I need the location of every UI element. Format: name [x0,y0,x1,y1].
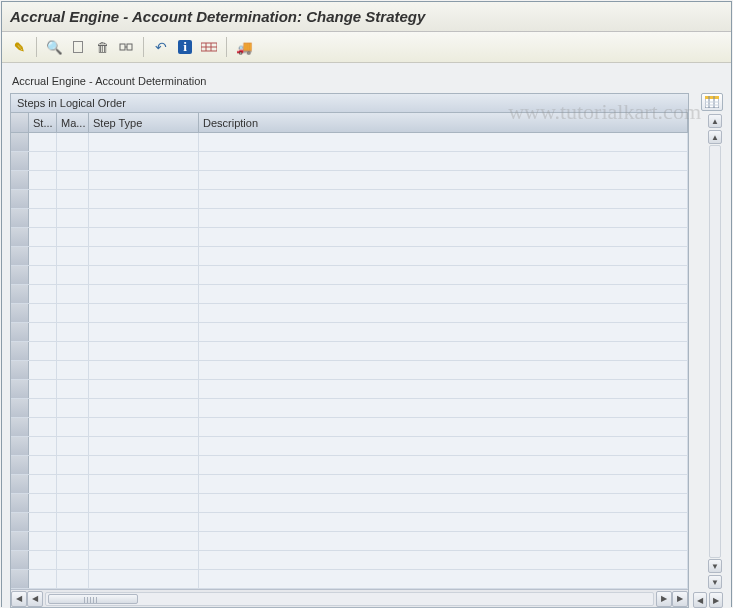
row-selector[interactable] [11,494,29,512]
cell-step-type[interactable] [89,475,199,493]
hscroll-right-button[interactable]: ▶ [656,591,672,607]
cell-step-type[interactable] [89,190,199,208]
cell-description[interactable] [199,475,688,493]
cell-description[interactable] [199,551,688,569]
cell-step[interactable] [29,361,57,379]
cell-ma[interactable] [57,266,89,284]
cell-description[interactable] [199,532,688,550]
cell-step-type[interactable] [89,570,199,588]
cell-step[interactable] [29,532,57,550]
row-selector[interactable] [11,152,29,170]
row-selector[interactable] [11,418,29,436]
cell-step-type[interactable] [89,399,199,417]
configure-columns-button[interactable] [701,93,723,111]
cell-step-type[interactable] [89,323,199,341]
column-header-step-type[interactable]: Step Type [89,113,199,132]
info-button[interactable]: i [174,36,196,58]
cell-ma[interactable] [57,513,89,531]
row-selector[interactable] [11,190,29,208]
column-header-step[interactable]: St... [29,113,57,132]
cell-description[interactable] [199,361,688,379]
cell-step[interactable] [29,475,57,493]
cell-step-type[interactable] [89,304,199,322]
row-selector[interactable] [11,399,29,417]
cell-step[interactable] [29,456,57,474]
cell-step[interactable] [29,171,57,189]
hscroll-thumb[interactable] [48,594,138,604]
cell-ma[interactable] [57,304,89,322]
column-header-selector[interactable] [11,113,29,132]
cell-step[interactable] [29,399,57,417]
transport-button[interactable]: 🚚 [233,36,255,58]
row-selector[interactable] [11,380,29,398]
vscroll-down-button-2[interactable]: ▼ [708,575,722,589]
row-selector[interactable] [11,228,29,246]
hscroll-left-button[interactable]: ◀ [11,591,27,607]
row-selector[interactable] [11,570,29,588]
params-button[interactable] [115,36,137,58]
cell-ma[interactable] [57,437,89,455]
vscroll-track[interactable] [709,145,721,558]
row-selector[interactable] [11,323,29,341]
cell-step-type[interactable] [89,437,199,455]
cell-step[interactable] [29,133,57,151]
row-selector[interactable] [11,456,29,474]
cell-step-type[interactable] [89,494,199,512]
row-selector[interactable] [11,247,29,265]
cell-ma[interactable] [57,551,89,569]
cell-description[interactable] [199,342,688,360]
vscroll-up-button[interactable]: ▲ [708,114,722,128]
cell-description[interactable] [199,456,688,474]
vscroll-up-button-2[interactable]: ▲ [708,130,722,144]
cell-description[interactable] [199,228,688,246]
cell-description[interactable] [199,513,688,531]
cell-step-type[interactable] [89,418,199,436]
cell-description[interactable] [199,437,688,455]
outer-hscroll-right[interactable]: ▶ [709,592,723,608]
cell-description[interactable] [199,152,688,170]
edit-button[interactable]: ✎ [8,36,30,58]
cell-step-type[interactable] [89,171,199,189]
row-selector[interactable] [11,513,29,531]
cell-step[interactable] [29,209,57,227]
row-selector[interactable] [11,532,29,550]
cell-step-type[interactable] [89,133,199,151]
row-selector[interactable] [11,304,29,322]
cell-description[interactable] [199,399,688,417]
cell-ma[interactable] [57,190,89,208]
row-selector[interactable] [11,361,29,379]
cell-step[interactable] [29,418,57,436]
cell-step-type[interactable] [89,209,199,227]
cell-ma[interactable] [57,570,89,588]
row-selector[interactable] [11,209,29,227]
cell-ma[interactable] [57,380,89,398]
cell-step[interactable] [29,228,57,246]
cell-description[interactable] [199,133,688,151]
cell-ma[interactable] [57,342,89,360]
cell-ma[interactable] [57,152,89,170]
hscroll-left-button-2[interactable]: ◀ [27,591,43,607]
cell-ma[interactable] [57,494,89,512]
cell-step[interactable] [29,323,57,341]
outer-hscroll-left[interactable]: ◀ [693,592,707,608]
row-selector[interactable] [11,475,29,493]
hscroll-right-button-2[interactable]: ▶ [672,591,688,607]
cell-step[interactable] [29,437,57,455]
row-selector[interactable] [11,285,29,303]
cell-description[interactable] [199,171,688,189]
cell-description[interactable] [199,266,688,284]
cell-step-type[interactable] [89,247,199,265]
new-button[interactable] [67,36,89,58]
cell-ma[interactable] [57,247,89,265]
cell-step[interactable] [29,247,57,265]
cell-ma[interactable] [57,171,89,189]
row-selector[interactable] [11,342,29,360]
cell-step[interactable] [29,513,57,531]
display-button[interactable]: 🔍 [43,36,65,58]
cell-step-type[interactable] [89,342,199,360]
cell-description[interactable] [199,247,688,265]
back-button[interactable]: ↶ [150,36,172,58]
cell-description[interactable] [199,323,688,341]
cell-ma[interactable] [57,399,89,417]
row-selector[interactable] [11,266,29,284]
